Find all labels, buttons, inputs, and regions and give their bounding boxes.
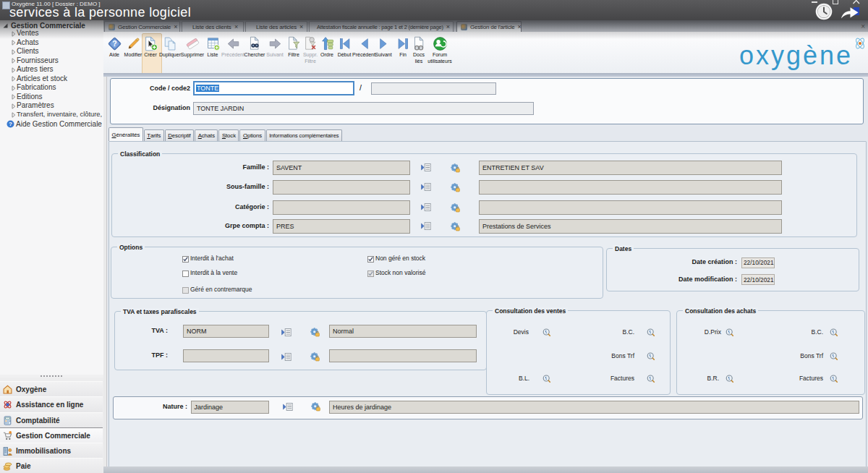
svg-text:?: ? xyxy=(9,121,12,127)
